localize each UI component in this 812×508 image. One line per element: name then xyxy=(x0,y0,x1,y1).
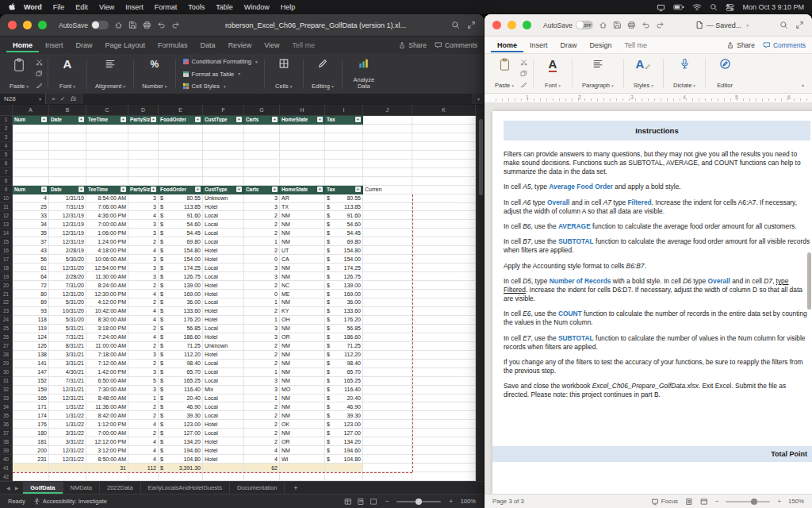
cell[interactable] xyxy=(363,194,412,203)
cut-icon[interactable] xyxy=(36,59,43,66)
cell[interactable]: 2 xyxy=(128,429,159,437)
cell[interactable] xyxy=(203,464,244,472)
cell[interactable]: 7:06:00 AM xyxy=(86,203,128,212)
excel-tab-tell-me[interactable]: Tell me xyxy=(286,38,322,52)
col-header-h[interactable]: H xyxy=(280,105,325,116)
row-header-24[interactable]: 24 xyxy=(0,316,13,325)
row-header-25[interactable]: 25 xyxy=(0,325,13,333)
cell[interactable]: 8:50:00 AM xyxy=(86,455,128,464)
cell[interactable]: $165.25 xyxy=(325,377,363,386)
word-tab-design[interactable]: Design xyxy=(584,38,619,52)
cell[interactable] xyxy=(412,386,476,394)
cell[interactable]: 25 xyxy=(13,203,49,212)
cell[interactable] xyxy=(86,168,128,177)
cell[interactable]: $69.80 xyxy=(159,237,203,246)
cell[interactable] xyxy=(412,246,476,255)
cell[interactable]: 1/31/22 xyxy=(49,402,86,411)
cell[interactable] xyxy=(363,151,412,160)
cell[interactable]: 1 xyxy=(128,394,159,403)
cell[interactable]: 5/31/20 xyxy=(49,298,86,307)
table-header-foodorder[interactable]: FoodOrder▾ xyxy=(159,116,203,125)
cell[interactable]: OH xyxy=(280,316,325,325)
table-header-date[interactable]: Date▾ xyxy=(49,116,86,125)
cell[interactable]: $46.90 xyxy=(159,402,203,411)
cell[interactable]: 3 xyxy=(128,351,159,360)
excel-tab-draw[interactable]: Draw xyxy=(70,38,99,52)
print-icon[interactable] xyxy=(143,21,151,29)
cell[interactable]: 4 xyxy=(13,194,49,203)
cell[interactable] xyxy=(86,133,128,142)
cell[interactable]: 3 xyxy=(128,272,159,281)
share-button[interactable]: Share xyxy=(398,41,427,49)
copy-icon[interactable] xyxy=(36,70,43,77)
cell[interactable] xyxy=(13,142,49,151)
autosave-toggle[interactable]: AutoSave xyxy=(59,21,109,29)
cell[interactable]: $123.00 xyxy=(159,420,203,429)
cell[interactable]: NM xyxy=(280,220,325,229)
cell[interactable]: Unknown xyxy=(203,194,244,203)
cell[interactable]: 2 xyxy=(244,351,280,360)
cell[interactable] xyxy=(244,160,280,168)
excel-tab-formulas[interactable]: Formulas xyxy=(151,38,194,52)
search-icon[interactable] xyxy=(779,21,788,29)
cell[interactable]: $134.20 xyxy=(325,437,363,446)
cell[interactable]: 10/31/20 xyxy=(49,307,86,316)
cell[interactable]: Hotel xyxy=(203,446,244,455)
cell[interactable]: 176 xyxy=(13,420,49,429)
cell[interactable] xyxy=(363,142,412,151)
cell[interactable]: 89 xyxy=(13,298,49,307)
cell[interactable]: 8:24:00 AM xyxy=(86,281,128,290)
cell[interactable]: 12/31/21 xyxy=(49,394,86,403)
cell[interactable] xyxy=(280,464,325,472)
cell[interactable] xyxy=(412,160,476,168)
cell[interactable]: 7/31/19 xyxy=(49,203,86,212)
cell[interactable]: 3 xyxy=(128,255,159,264)
col-header-d[interactable]: D xyxy=(128,105,159,116)
cell[interactable]: 12/31/20 xyxy=(49,290,86,298)
zoom-in-icon[interactable]: + xyxy=(449,498,452,505)
cell[interactable]: Local xyxy=(203,402,244,411)
cell[interactable]: $154.00 xyxy=(159,255,203,264)
cell[interactable]: $104.80 xyxy=(325,455,363,464)
cell[interactable]: NM xyxy=(280,237,325,246)
table-header-homestate[interactable]: HomeState▾ xyxy=(280,186,325,194)
row-header-29[interactable]: 29 xyxy=(0,360,13,368)
font-group-button[interactable]: A Font▾ xyxy=(53,56,82,91)
cell[interactable] xyxy=(13,472,49,481)
cell[interactable]: 2 xyxy=(244,360,280,368)
row-header-39[interactable]: 39 xyxy=(0,446,13,455)
row-header-20[interactable]: 20 xyxy=(0,281,13,290)
cell[interactable]: 124 xyxy=(13,333,49,342)
cell[interactable] xyxy=(325,472,363,481)
col-header-i[interactable]: I xyxy=(325,105,363,116)
cell[interactable]: Hotel xyxy=(203,290,244,298)
table-header-foodorder[interactable]: FoodOrder▾ xyxy=(159,186,203,194)
row-header-28[interactable]: 28 xyxy=(0,351,13,360)
cell[interactable]: NM xyxy=(280,402,325,411)
excel-tab-page-layout[interactable]: Page Layout xyxy=(99,38,152,52)
zoom-level[interactable]: 150% xyxy=(788,498,804,505)
control-center-icon[interactable] xyxy=(726,3,734,12)
cell[interactable]: NM xyxy=(280,377,325,386)
filter-icon[interactable]: ▾ xyxy=(195,187,201,192)
excel-tab-review[interactable]: Review xyxy=(222,38,259,52)
cell[interactable]: 12/31/19 xyxy=(49,229,86,237)
cell[interactable]: 4/30/21 xyxy=(49,368,86,377)
cell[interactable]: $36.00 xyxy=(325,298,363,307)
cell[interactable]: $139.00 xyxy=(159,281,203,290)
cell[interactable] xyxy=(363,211,412,220)
home-icon[interactable] xyxy=(599,21,607,29)
cell[interactable] xyxy=(412,151,476,160)
cell[interactable]: $113.85 xyxy=(325,203,363,212)
row-header-15[interactable]: 15 xyxy=(0,237,13,246)
cell[interactable]: 12/31/20 xyxy=(49,264,86,272)
cell[interactable]: ME xyxy=(280,290,325,298)
cell[interactable]: $36.00 xyxy=(159,298,203,307)
cell[interactable] xyxy=(412,411,476,420)
cell[interactable]: 12:12:00 PM xyxy=(86,437,128,446)
cell[interactable] xyxy=(363,429,412,437)
cell[interactable]: Local xyxy=(203,237,244,246)
cut-icon[interactable] xyxy=(520,59,527,66)
cell[interactable]: Hotel xyxy=(203,281,244,290)
table-header-carts[interactable]: Carts▾ xyxy=(244,116,280,125)
